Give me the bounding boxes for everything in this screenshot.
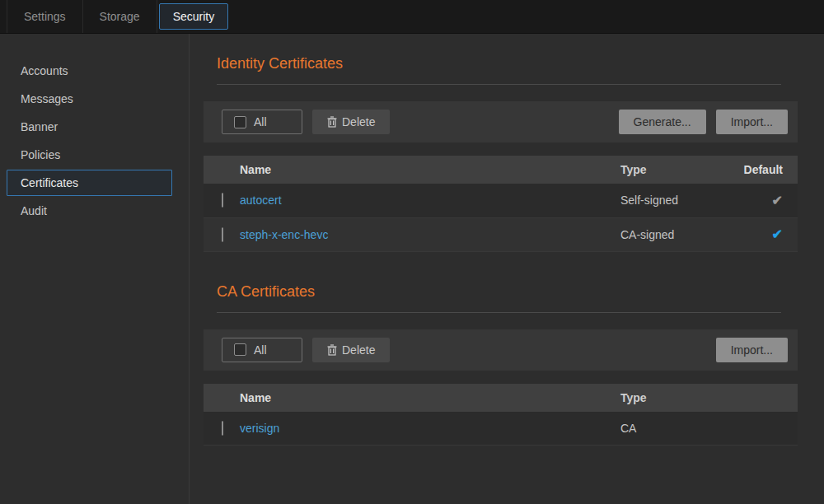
- header-checkbox-column: [204, 156, 240, 184]
- section-divider: [217, 312, 781, 313]
- default-check-icon[interactable]: ✔: [772, 194, 783, 208]
- sidebar-item-audit[interactable]: Audit: [7, 198, 172, 224]
- certificate-link[interactable]: verisign: [240, 422, 279, 435]
- select-all-checkbox[interactable]: [234, 343, 246, 356]
- header-type: Type: [620, 156, 723, 184]
- certificate-link[interactable]: autocert: [240, 194, 282, 207]
- row-checkbox[interactable]: [222, 193, 223, 208]
- table-row: verisign CA: [204, 412, 798, 446]
- main-area: Accounts Messages Banner Policies Certif…: [0, 34, 824, 504]
- import-button[interactable]: Import...: [716, 110, 788, 134]
- certificate-type: CA-signed: [620, 217, 723, 251]
- header-type: Type: [620, 384, 723, 412]
- tab-settings[interactable]: Settings: [7, 0, 83, 33]
- select-all-box[interactable]: All: [222, 110, 302, 134]
- row-checkbox[interactable]: [222, 421, 223, 436]
- sidebar-item-accounts[interactable]: Accounts: [7, 58, 172, 84]
- header-default: Default: [723, 156, 798, 184]
- sidebar-item-certificates[interactable]: Certificates: [7, 170, 172, 196]
- delete-button[interactable]: Delete: [312, 110, 390, 134]
- section-divider: [217, 84, 781, 85]
- ca-certificates-table: Name Type verisign CA: [204, 384, 798, 446]
- delete-button-label: Delete: [342, 343, 375, 357]
- ca-toolbar: All Delete Import...: [204, 329, 798, 371]
- select-all-box[interactable]: All: [222, 338, 302, 362]
- table-header-row: Name Type: [204, 384, 798, 412]
- table-header-row: Name Type Default: [204, 156, 798, 184]
- header-name: Name: [240, 384, 620, 412]
- top-tab-bar: Settings Storage Security: [0, 0, 824, 34]
- sidebar-item-messages[interactable]: Messages: [7, 86, 172, 112]
- sidebar: Accounts Messages Banner Policies Certif…: [0, 34, 190, 504]
- ca-certificates-title: CA Certificates: [217, 283, 798, 301]
- default-check-icon[interactable]: ✔: [772, 227, 783, 241]
- delete-button[interactable]: Delete: [312, 338, 390, 362]
- identity-certificates-table: Name Type Default autocert Self-signed ✔: [204, 156, 798, 252]
- certificate-type: Self-signed: [620, 184, 723, 217]
- certificate-type: CA: [620, 412, 723, 446]
- certificate-link[interactable]: steph-x-enc-hevc: [240, 228, 328, 241]
- delete-button-label: Delete: [342, 115, 375, 128]
- table-row: autocert Self-signed ✔: [204, 184, 798, 217]
- select-all-label: All: [254, 343, 267, 357]
- identity-toolbar: All Delete Generate... Import...: [204, 101, 798, 142]
- trash-icon: [327, 116, 337, 128]
- generate-button[interactable]: Generate...: [619, 110, 706, 134]
- sidebar-item-policies[interactable]: Policies: [7, 142, 172, 168]
- sidebar-item-banner[interactable]: Banner: [7, 114, 172, 140]
- select-all-checkbox[interactable]: [234, 116, 246, 128]
- row-checkbox[interactable]: [222, 227, 223, 242]
- tab-security[interactable]: Security: [159, 3, 229, 30]
- import-button[interactable]: Import...: [716, 338, 788, 362]
- trash-icon: [327, 344, 337, 356]
- header-spacer-column: [723, 384, 798, 412]
- content-panel: Identity Certificates All Delete Generat…: [190, 34, 824, 504]
- select-all-label: All: [254, 115, 267, 128]
- header-checkbox-column: [204, 384, 240, 412]
- table-row: steph-x-enc-hevc CA-signed ✔: [204, 217, 798, 251]
- tab-storage[interactable]: Storage: [83, 0, 157, 33]
- identity-certificates-title: Identity Certificates: [217, 55, 798, 72]
- header-name: Name: [240, 156, 620, 184]
